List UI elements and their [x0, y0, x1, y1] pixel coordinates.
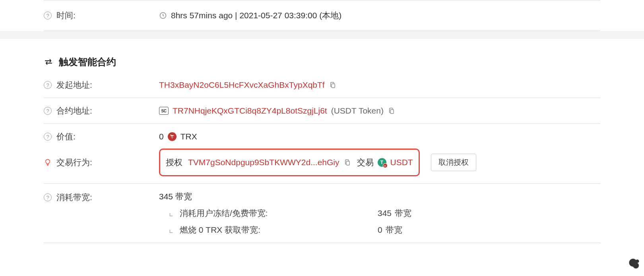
clock-icon [159, 12, 167, 19]
bandwidth-sub1-unit: 带宽 [395, 208, 411, 219]
label-time: 时间: [56, 10, 76, 21]
help-icon[interactable]: ? [44, 81, 52, 89]
bandwidth-sub1: 消耗用户冻结/免费带宽: 345 带宽 [159, 208, 600, 219]
trx-icon [168, 132, 177, 141]
svg-rect-1 [332, 84, 335, 88]
row-contract-address: ? 合约地址: SC TR7NHqjeKQxGTCi8q8ZY4pL8otSzg… [44, 98, 600, 124]
label-from: 发起地址: [56, 79, 92, 91]
watermark: 黑白网 [627, 257, 642, 274]
cancel-authorize-button[interactable]: 取消授权 [431, 154, 476, 171]
section-gap [0, 31, 644, 39]
tx-action-highlight: 授权 TVM7gSoNdpgup9SbTKWWY2d...ehGiy 交易 Tv… [159, 149, 420, 176]
row-value: ? 价值: 0 TRX [44, 124, 600, 145]
contract-address-link[interactable]: TR7NHqjeKQxGTCi8q8ZY4pL8otSzgjLj6t [173, 106, 327, 116]
value-amount: 0 [159, 132, 164, 141]
corner-icon [169, 227, 174, 233]
usdt-icon: Tv [378, 158, 386, 167]
corner-icon [169, 210, 174, 216]
copy-icon[interactable] [329, 81, 337, 89]
copy-icon[interactable] [388, 106, 396, 115]
label-tx-action: 交易行为: [56, 157, 92, 168]
label-contract: 合约地址: [56, 105, 92, 116]
value-currency: TRX [180, 132, 197, 141]
bandwidth-sub2-value: 0 [378, 225, 382, 235]
token-usdt-link[interactable]: USDT [390, 158, 413, 167]
trade-label: 交易 [357, 157, 374, 168]
from-address-link[interactable]: TH3xBayN2oC6L5HcFXvcXaGhBxTypXqbTf [159, 80, 325, 90]
svg-rect-3 [346, 161, 349, 165]
divider-bandwidth [44, 243, 600, 243]
help-icon[interactable]: ? [44, 107, 52, 115]
bandwidth-sub2-label: 燃烧 0 TRX 获取带宽: [180, 224, 374, 235]
copy-icon[interactable] [343, 158, 351, 167]
lightbulb-icon [44, 158, 52, 166]
help-icon[interactable]: ? [44, 12, 52, 19]
label-bandwidth: 消耗带宽: [56, 192, 92, 203]
row-from-address: ? 发起地址: TH3xBayN2oC6L5HcFXvcXaGhBxTypXqb… [44, 72, 600, 98]
help-icon[interactable]: ? [44, 133, 52, 141]
bandwidth-main-unit: 带宽 [175, 192, 192, 201]
bandwidth-sub2: 燃烧 0 TRX 获取带宽: 0 带宽 [159, 224, 600, 235]
label-value: 价值: [56, 131, 76, 142]
spender-address-link[interactable]: TVM7gSoNdpgup9SbTKWWY2d...ehGiy [188, 158, 339, 167]
row-tx-action: 交易行为: 授权 TVM7gSoNdpgup9SbTKWWY2d...ehGiy… [44, 145, 600, 183]
sc-badge-icon: SC [159, 107, 169, 115]
watermark-logo-icon [627, 257, 642, 271]
section-title: 触发智能合约 [59, 56, 116, 68]
bandwidth-main-value: 345 [159, 192, 173, 201]
help-icon[interactable]: ? [44, 193, 52, 201]
bandwidth-main: 345 带宽 [159, 191, 600, 202]
time-value: 8hrs 57mins ago | 2021-05-27 03:39:00 (本… [171, 10, 341, 21]
bandwidth-sub1-label: 消耗用户冻结/免费带宽: [180, 208, 374, 219]
row-time: ? 时间: 8hrs 57mins ago | 2021-05-27 03:39… [44, 0, 600, 31]
bandwidth-sub1-value: 345 [378, 208, 392, 218]
section-header: 触发智能合约 [44, 39, 600, 72]
arrows-icon [44, 57, 53, 67]
bandwidth-sub2-unit: 带宽 [386, 224, 402, 235]
row-bandwidth: ? 消耗带宽: 345 带宽 消耗用户冻结/免费带宽: 345 带宽 燃烧 0 … [44, 184, 600, 243]
svg-rect-2 [390, 110, 394, 114]
contract-token-note: (USDT Token) [331, 106, 384, 116]
authorize-label: 授权 [166, 157, 182, 168]
